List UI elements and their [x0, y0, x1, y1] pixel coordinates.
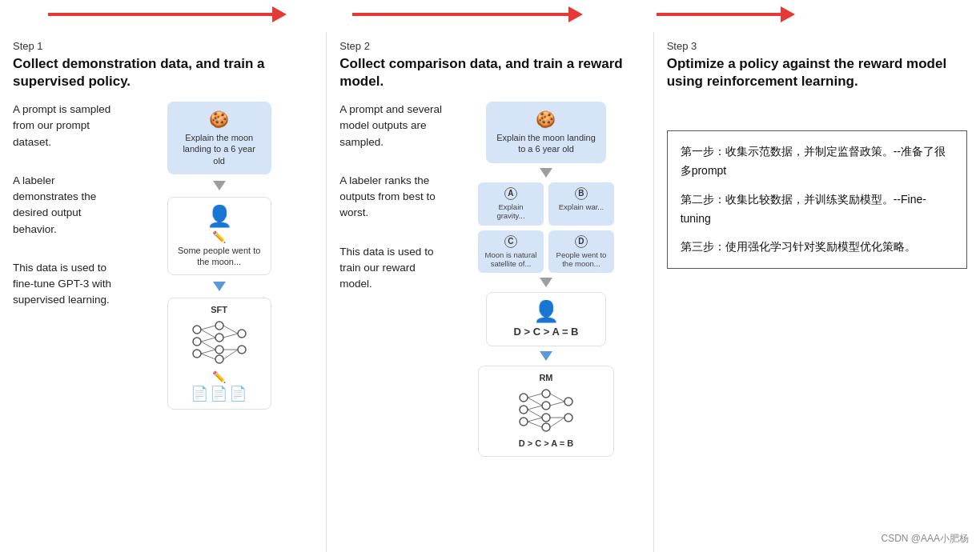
step2-title: Collect comparison data, and train a rew… — [339, 55, 640, 90]
svg-line-32 — [528, 418, 542, 422]
svg-line-34 — [550, 394, 564, 402]
step1-sft-box: SFT — [167, 298, 271, 410]
arrow-2 — [352, 6, 583, 22]
svg-point-27 — [564, 414, 572, 422]
step3-column: Step 3 Optimize a policy against the rew… — [654, 32, 980, 552]
svg-point-19 — [520, 394, 528, 402]
step2-label: Step 2 — [339, 40, 640, 52]
svg-point-3 — [215, 322, 223, 330]
step1-para3: This data is used to fine-tune GPT-3 wit… — [13, 260, 117, 309]
svg-point-21 — [520, 418, 528, 426]
svg-line-10 — [201, 330, 215, 338]
svg-line-16 — [223, 334, 238, 338]
step2-arrow-down-3 — [540, 351, 552, 361]
step1-prompt-text: Explain the moon landing to a 6 year old — [177, 132, 262, 166]
neural-net-svg-1 — [187, 318, 251, 366]
svg-point-2 — [193, 350, 201, 358]
step1-title: Collect demonstration data, and train a … — [13, 55, 313, 90]
arrow-line-2 — [352, 13, 568, 16]
step2-para2: A labeler ranks the outputs from best to… — [339, 173, 444, 222]
step1-response-text: Some people went to the moon... — [178, 245, 261, 268]
arrows-container — [0, 0, 980, 32]
svg-line-18 — [223, 350, 238, 359]
comp-text-D: People went to the moon... — [555, 250, 608, 269]
arrow-head-3 — [781, 6, 795, 22]
svg-line-15 — [223, 326, 238, 334]
comp-box-D: D People went to the moon... — [548, 230, 614, 274]
comp-text-A: Explain gravity... — [484, 202, 537, 221]
step1-column: Step 1 Collect demonstration data, and t… — [0, 32, 327, 552]
svg-line-35 — [550, 402, 564, 406]
note-line-2: 第二步：收集比较数据，并训练奖励模型。--Fine-tuning — [681, 190, 954, 229]
svg-line-9 — [201, 326, 215, 330]
svg-point-5 — [215, 346, 223, 354]
step1-label: Step 1 — [13, 40, 313, 52]
step2-text: A prompt and several model outputs are s… — [339, 102, 444, 457]
svg-point-8 — [238, 346, 246, 354]
step2-person-box: 👤 D > C > A = B — [486, 292, 606, 346]
step1-para2: A labeler demonstrates the desired outpu… — [13, 173, 117, 238]
step1-arrow-down-1 — [213, 181, 226, 190]
step3-title: Optimize a policy against the reward mod… — [667, 55, 967, 90]
main-container: Step 1 Collect demonstration data, and t… — [0, 0, 980, 552]
arrow-head-1 — [272, 6, 287, 22]
step1-para1: A prompt is sampled from our prompt data… — [13, 102, 117, 150]
comp-letter-C: C — [504, 235, 517, 248]
comp-text-C: Moon is natural satellite of... — [484, 250, 537, 269]
step2-rank-text: D > C > A = B — [496, 326, 596, 338]
person-icon-1: 👤 — [178, 204, 261, 229]
svg-point-22 — [542, 390, 550, 398]
svg-line-28 — [528, 394, 542, 398]
svg-line-33 — [528, 422, 542, 427]
step2-body: A prompt and several model outputs are s… — [339, 102, 640, 457]
step2-para3: This data is used to train our reward mo… — [339, 244, 444, 293]
svg-point-4 — [215, 334, 223, 342]
svg-point-24 — [542, 414, 550, 422]
neural-net-svg-2 — [514, 386, 578, 434]
step1-body: A prompt is sampled from our prompt data… — [13, 102, 313, 409]
cookie-icon-2: 🍪 — [536, 110, 556, 129]
step2-rm-label: RM — [488, 373, 604, 382]
svg-point-23 — [542, 402, 550, 410]
svg-point-20 — [520, 406, 528, 414]
comp-letter-B: B — [575, 187, 588, 200]
step2-column: Step 2 Collect comparison data, and trai… — [327, 32, 653, 552]
note-line-3: 第三步：使用强化学习针对奖励模型优化策略。 — [681, 238, 954, 257]
step2-prompt-box: 🍪 Explain the moon landing to a 6 year o… — [486, 102, 606, 163]
comp-box-B: B Explain war... — [548, 182, 614, 226]
arrow-head-2 — [568, 6, 583, 22]
svg-point-26 — [564, 398, 572, 406]
svg-point-25 — [542, 423, 550, 431]
svg-line-29 — [528, 398, 542, 406]
step2-arrow-down-1 — [540, 168, 552, 178]
step1-arrow-down-2 — [213, 282, 226, 291]
edit-icon-sft: ✏️ — [178, 370, 261, 383]
svg-line-13 — [201, 350, 215, 354]
arrow-1 — [48, 6, 287, 22]
arrow-line-3 — [657, 13, 781, 16]
step1-person-box: 👤 ✏️ Some people went to the moon... — [167, 197, 271, 275]
comparison-grid: A Explain gravity... B Explain war... C … — [478, 182, 614, 274]
svg-point-0 — [193, 326, 201, 334]
rm-rank-text: D > C > A = B — [488, 438, 604, 448]
comp-letter-A: A — [504, 187, 517, 200]
step2-visuals: 🍪 Explain the moon landing to a 6 year o… — [452, 102, 640, 457]
chinese-notes-box: 第一步：收集示范数据，并制定监督政策。--准备了很多prompt 第二步：收集比… — [667, 130, 967, 269]
cookie-icon-1: 🍪 — [209, 110, 229, 129]
step2-rm-box: RM — [478, 366, 614, 457]
svg-point-1 — [193, 338, 201, 346]
svg-line-14 — [201, 354, 215, 359]
arrow-line-1 — [48, 13, 272, 16]
comp-box-C: C Moon is natural satellite of... — [478, 230, 544, 274]
svg-line-31 — [528, 410, 542, 418]
step2-arrow-down-2 — [540, 278, 552, 287]
watermark: CSDN @AAA小肥杨 — [881, 532, 969, 546]
step1-visuals: 🍪 Explain the moon landing to a 6 year o… — [125, 102, 313, 409]
person-icon-2: 👤 — [496, 299, 596, 324]
step2-para1: A prompt and several model outputs are s… — [339, 102, 444, 150]
arrow-3 — [657, 6, 795, 22]
comp-box-A: A Explain gravity... — [478, 182, 544, 226]
note-line-1: 第一步：收集示范数据，并制定监督政策。--准备了很多prompt — [681, 142, 954, 181]
svg-point-7 — [238, 330, 246, 338]
svg-line-37 — [550, 418, 564, 427]
